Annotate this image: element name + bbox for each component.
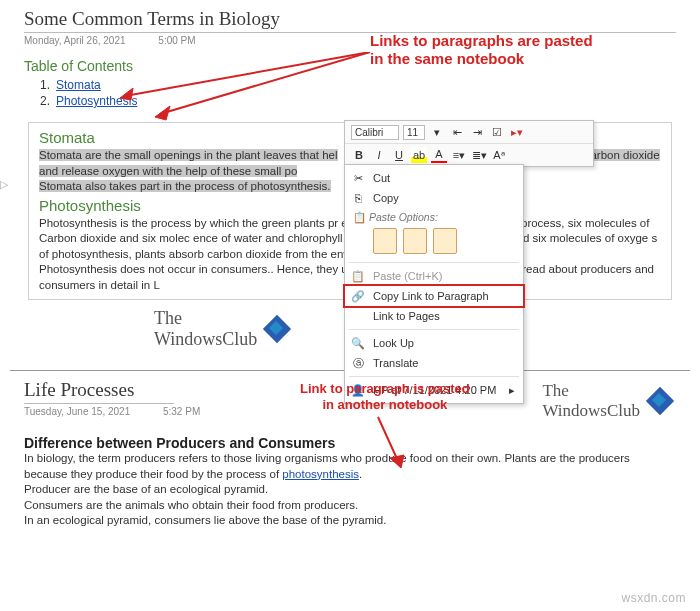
- scissors-icon: ✂: [351, 171, 365, 185]
- ctx-link-to-pages[interactable]: Link to Pages: [345, 306, 523, 326]
- ctx-lookup[interactable]: 🔍Look Up: [345, 333, 523, 353]
- toolbar-row2: B I U ab A ≡▾ ≣▾ Aᵃ: [345, 144, 593, 166]
- font-name-select[interactable]: Calibri: [351, 125, 399, 140]
- ctx-cut[interactable]: ✂Cut: [345, 168, 523, 188]
- toc-link-stomata[interactable]: Stomata: [56, 78, 101, 92]
- watermark: wsxdn.com: [621, 591, 686, 605]
- page-time: 5:00 PM: [158, 35, 195, 46]
- paste-options: [345, 226, 523, 259]
- paste-text-only[interactable]: [433, 228, 457, 254]
- svg-line-2: [160, 52, 370, 114]
- page-date: Monday, April 26, 2021: [24, 35, 126, 46]
- svg-marker-5: [390, 455, 404, 468]
- ctx-translate[interactable]: ⓐTranslate: [345, 353, 523, 373]
- toolbar-row1: Calibri 11 ▾ ⇤ ⇥ ☑ ▸▾: [345, 121, 593, 144]
- annotation-top: Links to paragraphs are pasted in the sa…: [370, 32, 593, 68]
- link-photosynthesis[interactable]: photosynthesis: [282, 468, 359, 480]
- todo-tag-icon[interactable]: ☑: [489, 124, 505, 140]
- page2-title[interactable]: Life Processes: [24, 379, 174, 404]
- annotation-bottom: Link to paragraph is pasted in another n…: [300, 381, 470, 412]
- page2-body[interactable]: In biology, the term producers refers to…: [24, 451, 676, 529]
- separator: [349, 262, 519, 263]
- indent-icon[interactable]: ⇥: [469, 124, 485, 140]
- logo-icon: [267, 319, 287, 339]
- numbering-icon[interactable]: ≣▾: [471, 147, 487, 163]
- italic-icon[interactable]: I: [371, 147, 387, 163]
- tag-dropdown-icon[interactable]: ▸▾: [509, 124, 525, 140]
- page2-time: 5:32 PM: [163, 406, 200, 417]
- search-icon: 🔍: [351, 336, 365, 350]
- context-menu: ✂Cut ⎘Copy 📋 Paste Options: 📋Paste (Ctrl…: [344, 164, 524, 404]
- onenote-page-2: Life Processes Tuesday, June 15, 2021 5:…: [0, 375, 700, 533]
- link-icon: 🔗: [351, 289, 365, 303]
- font-color-icon[interactable]: A: [431, 147, 447, 163]
- bold-icon[interactable]: B: [351, 147, 367, 163]
- paste-keep-formatting[interactable]: [373, 228, 397, 254]
- ctx-paste-disabled: 📋Paste (Ctrl+K): [345, 266, 523, 286]
- paste-merge-formatting[interactable]: [403, 228, 427, 254]
- translate-icon: ⓐ: [351, 356, 365, 370]
- bullets-icon[interactable]: ≡▾: [451, 147, 467, 163]
- svg-marker-3: [155, 106, 170, 120]
- ctx-copy[interactable]: ⎘Copy: [345, 188, 523, 208]
- highlight-icon[interactable]: ab: [411, 147, 427, 163]
- dropdown-icon[interactable]: ▾: [429, 124, 445, 140]
- styles-icon[interactable]: Aᵃ: [491, 147, 507, 163]
- arrow-3-icon: [368, 413, 408, 473]
- outdent-icon[interactable]: ⇤: [449, 124, 465, 140]
- svg-marker-1: [120, 88, 133, 100]
- mini-toolbar: Calibri 11 ▾ ⇤ ⇥ ☑ ▸▾ B I U ab A ≡▾ ≣▾ A…: [344, 120, 594, 167]
- copy-icon: ⎘: [351, 191, 365, 205]
- page-title[interactable]: Some Common Terms in Biology: [24, 8, 676, 33]
- logo-icon: [650, 391, 670, 411]
- ctx-copy-link-to-paragraph[interactable]: 🔗Copy Link to Paragraph: [343, 284, 525, 308]
- paste-options-label: 📋 Paste Options:: [345, 208, 523, 226]
- container-handle-icon[interactable]: ▷: [0, 178, 8, 191]
- heading-producers-consumers[interactable]: Difference between Producers and Consume…: [24, 435, 676, 451]
- svg-line-4: [378, 417, 398, 461]
- clipboard-icon: 📋: [351, 269, 365, 283]
- underline-icon[interactable]: U: [391, 147, 407, 163]
- separator: [349, 329, 519, 330]
- windowsclub-logo-2: TheWindowsClub: [542, 381, 670, 421]
- page2-date: Tuesday, June 15, 2021: [24, 406, 130, 417]
- font-size-select[interactable]: 11: [403, 125, 425, 140]
- arrow-2-icon: [150, 52, 375, 122]
